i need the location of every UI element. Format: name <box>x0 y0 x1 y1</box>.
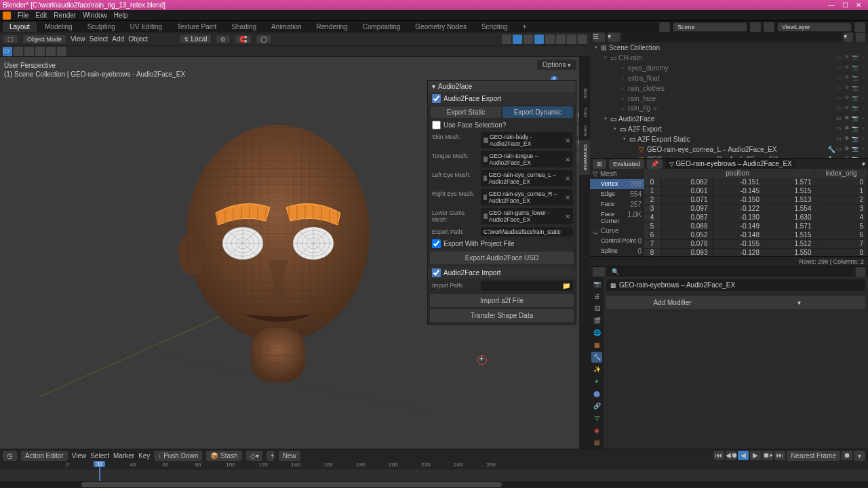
close-button[interactable]: ✕ <box>852 1 865 9</box>
sheet-table[interactable]: positionindex_orig 00.082-0.1511.571010.… <box>644 169 868 256</box>
export-path-field[interactable]: C:\work\audio2face\rain_static <box>481 227 573 237</box>
outliner-row[interactable]: ▫ eyes_dummy ▭👁📷▫ <box>590 63 868 73</box>
tab-layout[interactable]: Layout <box>3 22 37 32</box>
add-modifier-button[interactable]: Add Modifier▾ <box>606 296 865 309</box>
viewport-options-button[interactable]: Options ▾ <box>537 60 576 70</box>
shading-rendered[interactable] <box>567 35 576 44</box>
tab-texture-icon[interactable]: ▧ <box>591 437 602 448</box>
import-section[interactable]: Audio2Face Import <box>428 266 576 279</box>
keyframe-prev-button[interactable]: ◀⏺ <box>726 451 736 460</box>
viewlayer-new-button[interactable] <box>854 22 865 32</box>
dopesheet-mode-dropdown[interactable]: Action Editor <box>21 451 68 461</box>
shading-solid[interactable] <box>545 35 555 44</box>
tab-viewlayer-icon[interactable]: 🖼 <box>591 303 602 314</box>
tab-particle-icon[interactable]: ✦ <box>591 376 602 387</box>
tab-world-icon[interactable]: 🌐 <box>591 327 602 338</box>
outliner-row[interactable]: ▫ rain_face ▭👁📷▫ <box>590 94 868 104</box>
vp-menu-add[interactable]: Add <box>112 35 124 43</box>
mesh-field[interactable]: GEO-rain-tongue – Audio2Face_EX✕ <box>481 151 573 167</box>
shading-options[interactable] <box>578 35 587 44</box>
tool-move[interactable] <box>24 47 34 56</box>
maximize-button[interactable]: ☐ <box>838 1 852 9</box>
tl-menu-marker[interactable]: Marker <box>113 452 134 460</box>
domain-item[interactable]: Vertex298 <box>590 179 644 189</box>
vp-menu-select[interactable]: Select <box>90 35 108 43</box>
props-breadcrumb[interactable]: ▦ GEO-rain-eyebrows – Audio2Face_EX <box>606 279 865 291</box>
outliner-row[interactable]: ▾ ▭ Audio2Face ▭👁📷▫ <box>590 114 868 124</box>
props-search[interactable] <box>608 267 853 277</box>
props-options[interactable] <box>856 267 865 277</box>
tl-options[interactable]: ▾ <box>854 451 865 461</box>
viewlayer-icon[interactable] <box>764 22 774 32</box>
menu-window[interactable]: Window <box>83 12 107 19</box>
tab-scene-icon[interactable]: 🎬 <box>591 315 602 326</box>
action-name[interactable]: New <box>279 451 300 461</box>
table-row[interactable]: 50.088-0.1491.5715 <box>644 222 868 231</box>
spreadsheet-type-dropdown[interactable]: ⊞ <box>593 159 606 169</box>
domain-item[interactable]: Control Point0 <box>590 236 644 246</box>
outliner-mode-dropdown[interactable]: ▾ <box>608 33 620 42</box>
tab-output-icon[interactable]: 🖨 <box>591 291 602 302</box>
menu-file[interactable]: File <box>18 12 28 19</box>
scene-new-button[interactable] <box>750 22 761 32</box>
outliner-row[interactable]: ▫ rain_clothes ▭👁📷▫ <box>590 83 868 94</box>
spreadsheet-mode-dropdown[interactable]: Evaluated <box>609 159 644 169</box>
tab-material-icon[interactable]: ◉ <box>591 425 602 436</box>
tab-render-icon[interactable]: 📷 <box>591 279 602 289</box>
tab-geonodes[interactable]: Geometry Nodes <box>408 22 473 32</box>
mode-dropdown[interactable]: Object Mode <box>22 35 66 44</box>
minimize-button[interactable]: — <box>825 1 838 9</box>
jump-start-button[interactable]: ⏮ <box>713 451 724 460</box>
overlay-toggle[interactable] <box>513 35 522 44</box>
export-section[interactable]: Audio2Face Export <box>428 92 576 105</box>
table-row[interactable]: 10.061-0.1451.5151 <box>644 187 868 196</box>
tl-menu-key[interactable]: Key <box>138 452 150 460</box>
xray-toggle[interactable] <box>524 35 533 44</box>
outliner-row[interactable]: ▾ ⊞ Scene Collection <box>590 43 868 53</box>
table-row[interactable]: 60.052-0.1481.5156 <box>644 231 868 240</box>
export-dynamic-button[interactable]: Export Dynamic <box>502 106 573 118</box>
tab-scripting[interactable]: Scripting <box>475 22 515 32</box>
tool-select-box[interactable]: ▭ <box>3 47 12 56</box>
tool-transform[interactable] <box>57 47 66 56</box>
pivot-dropdown[interactable]: ⊙ <box>216 35 231 44</box>
orientation-dropdown[interactable]: ↯ Local <box>179 34 212 44</box>
editor-type-dropdown[interactable]: ⬚ <box>3 35 18 44</box>
tool-cursor[interactable] <box>14 47 23 56</box>
tab-modifier-icon[interactable]: 🔧 <box>591 352 602 363</box>
domain-item[interactable]: Edge554 <box>590 189 644 199</box>
export-enabled-checkbox[interactable] <box>432 94 441 103</box>
domain-item[interactable]: Face Corner1.0K <box>590 209 644 226</box>
panel-title[interactable]: ▾ Audio2face <box>428 81 576 92</box>
action-new-button[interactable]: + <box>267 451 275 461</box>
jump-end-button[interactable]: ⏭ <box>774 451 785 460</box>
mesh-field[interactable]: GEO-rain-eye_cornea_R – Audio2Face_EX✕ <box>481 189 573 205</box>
table-row[interactable]: 40.087-0.1301.6304 <box>644 214 868 222</box>
vp-menu-view[interactable]: View <box>71 35 85 43</box>
import-enabled-checkbox[interactable] <box>432 268 441 277</box>
use-face-checkbox[interactable] <box>432 121 441 129</box>
snap-dropdown[interactable]: 🧲 <box>235 35 252 44</box>
spreadsheet-object[interactable]: ▽ GEO-rain-eyebrows – Audio2Face_EX <box>665 159 796 169</box>
menu-render[interactable]: Render <box>54 12 76 19</box>
export-proj-checkbox[interactable] <box>432 239 441 248</box>
viewlayer-name-input[interactable] <box>777 22 852 32</box>
spreadsheet-filter[interactable]: ▾ <box>862 160 865 167</box>
import-path-field[interactable]: 📁 <box>481 281 573 291</box>
outliner-row[interactable]: ▫ extra_float ▭👁📷▫ <box>590 73 868 83</box>
transfer-shape-button[interactable]: Transfer Shape Data <box>430 309 574 322</box>
export-static-button[interactable]: Export Static <box>431 106 501 118</box>
tab-uv[interactable]: UV Editing <box>123 22 169 32</box>
outliner-row[interactable]: ▾ ▭ A2F Export ▭👁📷▫ <box>590 124 868 134</box>
tab-data-icon[interactable]: ▽ <box>591 413 602 424</box>
outliner-row[interactable]: ▽ GEO-rain-eye_cornea_L – Audio2Face_EX🔧… <box>590 144 868 155</box>
scene-name-input[interactable] <box>673 22 747 32</box>
table-row[interactable]: 20.071-0.1501.5132 <box>644 196 868 205</box>
tl-menu-select[interactable]: Select <box>90 452 109 460</box>
tool-rotate[interactable] <box>35 47 45 56</box>
play-button[interactable]: ▶ <box>750 451 761 460</box>
3d-viewport[interactable]: User Perspective (1) Scene Collection | … <box>0 57 590 449</box>
playhead[interactable]: 30 <box>99 462 100 481</box>
tab-add[interactable]: + <box>516 22 534 32</box>
outliner[interactable]: ▾ ⊞ Scene Collection ▾ ▭ CH-rain ▭👁📷▫ ▫ … <box>590 43 868 158</box>
